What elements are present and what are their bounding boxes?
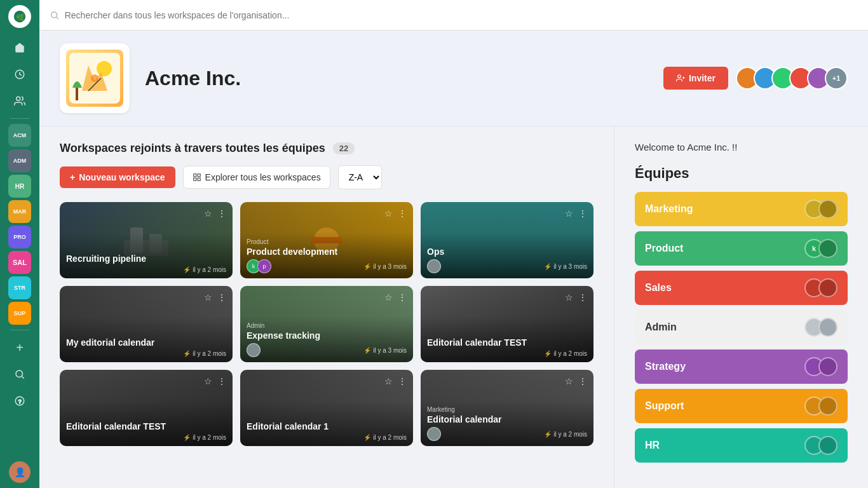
card-star-recruiting[interactable]: ☆ xyxy=(203,207,214,220)
svg-rect-21 xyxy=(193,178,196,180)
sidebar-badge-sal[interactable]: SAL xyxy=(8,251,31,274)
card-category-product-dev: Product xyxy=(247,238,407,245)
search-icon xyxy=(50,10,60,20)
org-logo xyxy=(66,50,123,107)
member-avatar-extra: +1 xyxy=(825,67,848,90)
sidebar-clock-icon[interactable] xyxy=(8,62,32,86)
card-star-editorial[interactable]: ☆ xyxy=(203,291,214,304)
card-star-product-dev[interactable]: ☆ xyxy=(383,207,394,220)
workspace-card-editorial-test-2[interactable]: ☆ ⋮ Editorial calendar TEST ⚡ il y a 2 m… xyxy=(421,286,593,362)
sidebar-badge-str[interactable]: STR xyxy=(8,276,31,299)
card-menu-product-dev[interactable]: ⋮ xyxy=(397,207,408,220)
user-avatar[interactable]: 👤 xyxy=(9,461,31,483)
team-name-marketing: Marketing xyxy=(645,203,693,215)
team-avatar-support-2 xyxy=(818,396,837,416)
org-header: Acme Inc. Inviter +1 xyxy=(39,30,868,126)
sidebar-badge-sup[interactable]: SUP xyxy=(8,302,31,325)
right-panel: Welcome to Acme Inc. !! Équipes Marketin… xyxy=(614,126,868,488)
card-menu-recruiting[interactable]: ⋮ xyxy=(216,207,227,220)
svg-line-9 xyxy=(57,17,58,19)
card-star-editorial-test-2[interactable]: ☆ xyxy=(564,291,574,304)
invite-button[interactable]: Inviter xyxy=(663,67,728,90)
card-menu-editorial-test-3[interactable]: ⋮ xyxy=(216,375,227,388)
card-menu-ops[interactable]: ⋮ xyxy=(577,207,588,220)
card-menu-editorial[interactable]: ⋮ xyxy=(216,291,227,304)
card-star-editorial-cal[interactable]: ☆ xyxy=(564,375,574,388)
card-time-editorial: ⚡ il y a 2 mois xyxy=(183,350,226,357)
card-avatar-ops-1 xyxy=(427,259,441,273)
svg-rect-19 xyxy=(198,174,200,177)
workspace-card-ops[interactable]: ☆ ⋮ Ops ⚡ il y a 3 mois xyxy=(421,202,593,278)
team-item-product[interactable]: Product k xyxy=(635,231,848,266)
main-area: Acme Inc. Inviter +1 xyxy=(39,0,868,488)
sidebar-badge-acm[interactable]: ACM xyxy=(8,124,31,147)
card-title-editorial-cal: Editorial calendar xyxy=(427,414,587,424)
team-avatar-marketing-2 xyxy=(818,200,837,219)
workspace-card-product-dev[interactable]: ☆ ⋮ Product Product development k p xyxy=(240,202,413,278)
org-logo-wrap xyxy=(60,43,130,113)
team-avatar-hr-2 xyxy=(818,436,837,455)
card-title-editorial-test-2: Editorial calendar TEST xyxy=(427,337,587,348)
card-menu-editorial-1[interactable]: ⋮ xyxy=(397,375,408,388)
team-item-marketing[interactable]: Marketing xyxy=(635,192,848,226)
sidebar-logo[interactable]: 🌿 xyxy=(8,5,31,28)
explore-icon xyxy=(193,173,201,182)
workspace-card-editorial-1[interactable]: ☆ ⋮ Editorial calendar 1 ⚡ il y a 2 mois xyxy=(240,370,413,446)
team-item-support[interactable]: Support xyxy=(635,389,848,423)
sidebar-search-icon[interactable] xyxy=(8,362,32,386)
sidebar-add-icon[interactable]: + xyxy=(8,336,32,360)
team-avatar-admin-2 xyxy=(818,318,837,337)
welcome-text: Welcome to Acme Inc. !! xyxy=(635,142,848,152)
explore-workspaces-button[interactable]: Explorer tous les workspaces xyxy=(183,166,330,189)
card-time-editorial-test-3: ⚡ il y a 2 mois xyxy=(183,434,226,441)
sidebar-badge-adm[interactable]: ADM xyxy=(8,149,31,172)
workspace-toolbar: + Nouveau workspace Explorer tous les wo… xyxy=(60,165,593,189)
team-item-hr[interactable]: HR xyxy=(635,428,848,463)
workspace-card-expense[interactable]: ☆ ⋮ Admin Expense tracking ⚡ il y a 3 mo… xyxy=(240,286,413,362)
search-wrap[interactable] xyxy=(50,10,858,20)
card-avatar-2: p xyxy=(257,259,271,273)
team-item-strategy[interactable]: Strategy xyxy=(635,349,848,384)
svg-point-13 xyxy=(91,74,98,82)
card-star-editorial-1[interactable]: ☆ xyxy=(383,375,394,388)
card-star-editorial-test-3[interactable]: ☆ xyxy=(203,375,214,388)
section-title: Workspaces rejoints à travers toutes les… xyxy=(60,142,325,155)
new-workspace-button[interactable]: + Nouveau workspace xyxy=(60,166,175,188)
content-area: Acme Inc. Inviter +1 xyxy=(39,30,868,488)
card-menu-editorial-cal[interactable]: ⋮ xyxy=(577,375,588,388)
sidebar-divider-1 xyxy=(10,118,29,119)
workspace-card-editorial-cal[interactable]: ☆ ⋮ Marketing Editorial calendar ⚡ il y … xyxy=(421,370,593,446)
svg-rect-18 xyxy=(193,174,196,177)
card-avatar-editorial-cal-1 xyxy=(427,427,441,441)
card-title-ops: Ops xyxy=(427,247,587,257)
sidebar-badge-hr[interactable]: HR xyxy=(8,175,31,198)
card-time-editorial-1: ⚡ il y a 2 mois xyxy=(363,434,407,441)
card-title-product-dev: Product development xyxy=(247,247,407,257)
card-title-editorial: My editorial calendar xyxy=(66,337,226,348)
sort-select[interactable]: Z-A xyxy=(338,165,382,189)
card-menu-expense[interactable]: ⋮ xyxy=(397,291,408,304)
svg-point-15 xyxy=(678,75,681,78)
team-item-sales[interactable]: Sales xyxy=(635,271,848,305)
workspace-card-recruiting[interactable]: ☆ ⋮ Recruiting pipeline ⚡ il y a 2 mois xyxy=(60,202,233,278)
sidebar-home-icon[interactable] xyxy=(8,36,32,60)
global-search-input[interactable] xyxy=(65,10,858,20)
sidebar-badge-pro[interactable]: PRO xyxy=(8,226,31,248)
sidebar-contacts-icon[interactable] xyxy=(8,89,32,113)
team-avatar-sales-2 xyxy=(818,278,837,297)
svg-point-4 xyxy=(16,370,23,377)
sidebar-help-icon[interactable]: ? xyxy=(8,389,32,413)
team-name-strategy: Strategy xyxy=(645,361,686,372)
card-menu-editorial-test-2[interactable]: ⋮ xyxy=(577,291,588,304)
workspace-card-editorial[interactable]: ☆ ⋮ My editorial calendar ⚡ il y a 2 moi… xyxy=(60,286,233,362)
card-title-editorial-test-3: Editorial calendar TEST xyxy=(66,421,226,431)
svg-point-8 xyxy=(51,11,57,17)
card-title-expense: Expense tracking xyxy=(247,330,407,341)
workspace-card-editorial-test-3[interactable]: ☆ ⋮ Editorial calendar TEST ⚡ il y a 2 m… xyxy=(60,370,233,446)
sidebar-badge-mar[interactable]: MAR xyxy=(8,200,31,223)
card-star-expense[interactable]: ☆ xyxy=(383,291,394,304)
team-avatar-strategy-2 xyxy=(818,357,837,376)
card-star-ops[interactable]: ☆ xyxy=(564,207,574,220)
team-item-admin[interactable]: Admin xyxy=(635,310,848,344)
card-time-editorial-cal: ⚡ il y a 2 mois xyxy=(544,431,587,438)
